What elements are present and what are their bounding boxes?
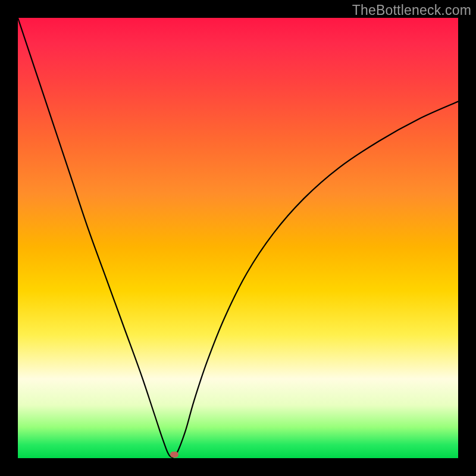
- optimal-point-marker: [170, 452, 178, 458]
- plot-area: [18, 18, 458, 458]
- watermark-text: TheBottleneck.com: [352, 2, 471, 18]
- chart-frame: TheBottleneck.com: [0, 0, 476, 476]
- bottleneck-curve: [18, 18, 458, 458]
